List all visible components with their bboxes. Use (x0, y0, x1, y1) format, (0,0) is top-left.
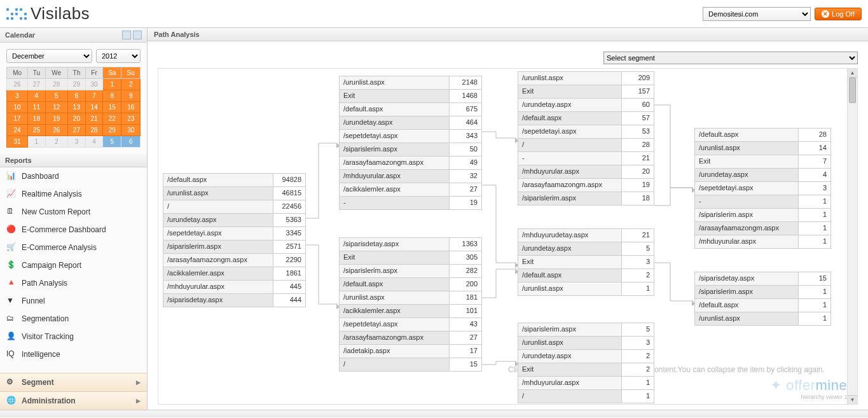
path-row[interactable]: /urunlist.aspx2148 (339, 76, 482, 90)
month-select[interactable]: December (6, 49, 92, 63)
path-row[interactable]: Exit157 (518, 85, 654, 99)
path-row[interactable]: /urundetay.aspx4 (694, 168, 831, 182)
path-row[interactable]: /urunlist.aspx181 (339, 291, 482, 305)
path-row[interactable]: /arasayfaamazongm.aspx1 (694, 221, 831, 235)
path-row[interactable]: /siparislerim.aspx282 (339, 264, 482, 278)
path-label: /siparisdetay.aspx (695, 272, 799, 285)
segment-select[interactable]: Select segment (603, 52, 858, 64)
path-row[interactable]: /sepetdetayi.aspx3345 (163, 226, 306, 240)
report-label: Path Analysis (22, 279, 67, 288)
path-value: 1 (799, 286, 830, 298)
path-row[interactable]: -19 (339, 196, 482, 210)
path-row[interactable]: Exit7 (694, 155, 831, 169)
path-row[interactable]: /siparisdetay.aspx444 (163, 293, 306, 307)
path-value: 2 (622, 350, 654, 363)
path-row[interactable]: /siparislerim.aspx1 (694, 285, 831, 299)
path-row[interactable]: /default.aspx1 (694, 298, 831, 312)
sidebar-item[interactable]: ▼Funnel (0, 292, 147, 310)
sidebar-item[interactable]: 🗂Segmentation (0, 310, 147, 328)
path-row[interactable]: -21 (518, 151, 654, 165)
path-label: /default.aspx (518, 269, 622, 282)
path-row[interactable]: /1 (518, 389, 654, 403)
path-row[interactable]: Exit3 (518, 255, 654, 269)
path-row[interactable]: /arasayfaamazongm.aspx19 (518, 178, 654, 192)
path-row[interactable]: /siparislerim.aspx18 (518, 192, 654, 206)
path-row[interactable]: /urundetay.aspx464 (339, 116, 482, 130)
path-row[interactable]: /arasayfaamazongm.aspx49 (339, 156, 482, 170)
path-value: 675 (450, 103, 481, 116)
sidebar-item[interactable]: 📊Dashboard (0, 167, 147, 185)
path-row[interactable]: -1 (694, 195, 831, 209)
path-row[interactable]: /mhduyurular.aspx1 (694, 235, 831, 249)
sidebar-item[interactable]: IQIntelligence (0, 345, 147, 363)
logoff-button[interactable]: ✕ Log Off (815, 8, 862, 20)
path-row[interactable]: /default.aspx94828 (163, 173, 306, 187)
calendar-toggle-icon-2[interactable] (133, 31, 142, 39)
sidebar-item[interactable]: 🛒E-Commerce Analysis (0, 239, 147, 256)
path-row[interactable]: /urunlist.aspx209 (518, 71, 654, 85)
report-label: Visitor Tracking (22, 332, 74, 341)
sidebar-item[interactable]: 📈Realtime Analysis (0, 185, 147, 203)
path-row[interactable]: /default.aspx28 (694, 128, 831, 142)
calendar-toggle-icon[interactable] (122, 31, 131, 39)
path-row[interactable]: /default.aspx2 (518, 268, 654, 282)
path-row[interactable]: /urundetay.aspx60 (518, 98, 654, 112)
path-value: 1 (799, 222, 830, 235)
path-row[interactable]: /sepetdetayi.aspx53 (518, 125, 654, 139)
sidebar-item[interactable]: 🔺Path Analysis (0, 274, 147, 292)
path-row[interactable]: /mhduyurular.aspx1 (518, 376, 654, 390)
path-row[interactable]: /mhduyurular.aspx32 (339, 169, 482, 183)
sidebar-item[interactable]: 👤Visitor Tracking (0, 328, 147, 345)
year-select[interactable]: 2012 (96, 49, 141, 63)
path-row[interactable]: /siparislerim.aspx50 (339, 143, 482, 157)
path-row[interactable]: /mhduyurular.aspx20 (518, 165, 654, 179)
path-row[interactable]: /siparislerim.aspx2571 (163, 240, 306, 254)
path-row[interactable]: /mhduyurudetay.aspx21 (518, 228, 654, 242)
path-row[interactable]: /acikkalemler.aspx27 (339, 183, 482, 197)
path-row[interactable]: Exit2 (518, 363, 654, 377)
path-row[interactable]: Exit305 (339, 251, 482, 265)
path-row[interactable]: /arasayfaamazongm.aspx2290 (163, 253, 306, 267)
sidebar-item[interactable]: 💲Campaign Report (0, 256, 147, 274)
path-row[interactable]: /arasayfaamazongm.aspx27 (339, 331, 482, 345)
dow: Fr (86, 67, 103, 79)
path-row[interactable]: /urunlist.aspx1 (518, 282, 654, 296)
path-row[interactable]: /acikkalemler.aspx1861 (163, 267, 306, 281)
path-label: /acikkalemler.aspx (163, 267, 273, 280)
path-row[interactable]: /sepetdetayi.aspx3 (694, 181, 831, 195)
path-row[interactable]: /urunlist.aspx46815 (163, 186, 306, 200)
path-row[interactable]: /siparisdetay.aspx15 (694, 272, 831, 286)
path-row[interactable]: /siparislerim.aspx1 (694, 208, 831, 222)
sidebar-item[interactable]: 🔴E-Commerce Dashboard (0, 221, 147, 239)
path-row[interactable]: /acikkalemler.aspx101 (339, 304, 482, 318)
path-label: /urundetay.aspx (518, 99, 622, 111)
sidebar-item[interactable]: 🗓New Custom Report (0, 203, 147, 221)
path-row[interactable]: /siparislerim.aspx5 (518, 323, 654, 337)
path-value: 464 (450, 116, 481, 129)
path-row[interactable]: /sepetdetayi.aspx343 (339, 129, 482, 143)
path-row[interactable]: /iadetakip.aspx17 (339, 344, 482, 358)
path-row[interactable]: /default.aspx675 (339, 102, 482, 116)
canvas-scroll-v[interactable]: ▲ ▼ (847, 69, 857, 404)
path-row[interactable]: /15 (339, 358, 482, 372)
path-row[interactable]: /siparisdetay.aspx1363 (339, 237, 482, 251)
report-icon: 🗂 (6, 314, 17, 324)
path-row[interactable]: /urunlist.aspx1 (694, 312, 831, 326)
sidebar-bottom-item[interactable]: ⚙Segment▶ (0, 373, 147, 391)
site-select[interactable]: Demositesi.com (703, 7, 811, 21)
path-row[interactable]: /urunlist.aspx3 (518, 336, 654, 350)
path-label: /arasayfaamazongm.aspx (340, 331, 450, 344)
path-row[interactable]: /22456 (163, 200, 306, 214)
sidebar-bottom-item[interactable]: 🌐Administration▶ (0, 391, 147, 410)
path-row[interactable]: /28 (518, 138, 654, 152)
path-row[interactable]: /urunlist.aspx14 (694, 141, 831, 155)
sidebar-bottom: ⚙Segment▶🌐Administration▶ (0, 373, 147, 410)
path-row[interactable]: /urundetay.aspx2 (518, 349, 654, 363)
path-row[interactable]: /mhduyurular.aspx445 (163, 280, 306, 294)
path-row[interactable]: /urundetay.aspx5 (518, 242, 654, 256)
path-row[interactable]: Exit1468 (339, 89, 482, 103)
path-row[interactable]: /default.aspx200 (339, 277, 482, 291)
path-row[interactable]: /urundetay.aspx5363 (163, 213, 306, 227)
path-row[interactable]: /default.aspx57 (518, 111, 654, 125)
path-row[interactable]: /sepetdetayi.aspx43 (339, 317, 482, 331)
